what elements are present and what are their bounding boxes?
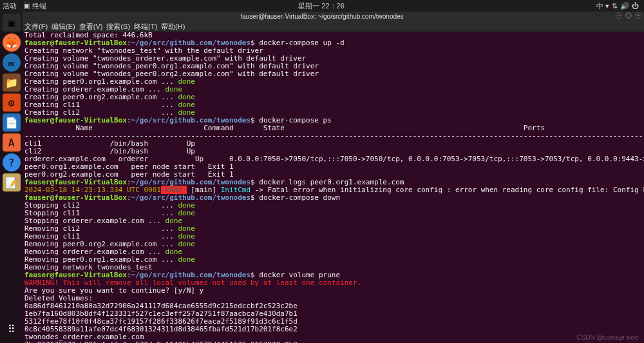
- network-icon[interactable]: ⇅: [612, 2, 618, 10]
- launcher-dock: ▣ 🦊 ✉ 📁 ⚙ 📄 A ? 📝 ⠿: [0, 12, 23, 343]
- terminal-output[interactable]: Total reclaimed space: 446.6kB fauser@fa…: [23, 32, 644, 343]
- system-topbar: 活动 ▣ 终端 星期一 22：26 中 ▾ ⇅ 🔊 ⏻: [0, 0, 644, 12]
- dock-settings-icon[interactable]: ⚙: [3, 93, 21, 112]
- menu-edit[interactable]: 编辑(E): [52, 22, 75, 32]
- menu-view[interactable]: 查看(V): [79, 22, 103, 32]
- menu-search[interactable]: 搜索(S): [106, 22, 130, 32]
- input-method-indicator[interactable]: 中 ▾: [596, 1, 609, 11]
- window-title: fauser@fauser-VirtualBox: ~/go/src/githu…: [240, 13, 403, 20]
- dock-software-icon[interactable]: A: [3, 133, 21, 152]
- dock-libreoffice-icon[interactable]: 📄: [3, 113, 21, 132]
- activities-button[interactable]: 活动: [3, 1, 17, 11]
- power-icon[interactable]: ⏻: [632, 2, 639, 10]
- window-titlebar: fauser@fauser-VirtualBox: ~/go/src/githu…: [0, 12, 644, 22]
- menu-terminal[interactable]: 终端(T): [134, 22, 157, 32]
- minimize-button[interactable]: –: [616, 12, 622, 19]
- app-indicator[interactable]: ▣ 终端: [23, 1, 46, 11]
- sound-icon[interactable]: 🔊: [620, 2, 629, 10]
- dock-text-editor-icon[interactable]: 📝: [3, 173, 21, 191]
- terminal-menubar: 文件(F) 编辑(E) 查看(V) 搜索(S) 终端(T) 帮助(H): [0, 22, 644, 32]
- dock-help-icon[interactable]: ?: [3, 153, 21, 172]
- dock-files-icon[interactable]: 📁: [3, 74, 21, 92]
- dock-thunderbird-icon[interactable]: ✉: [3, 54, 21, 72]
- watermark: CSDN @солнце вкус: [576, 334, 639, 341]
- clock[interactable]: 星期一 22：26: [46, 1, 596, 11]
- dock-terminal-icon[interactable]: ▣: [3, 14, 21, 32]
- menu-file[interactable]: 文件(F): [24, 22, 48, 32]
- menu-help[interactable]: 帮助(H): [161, 22, 185, 32]
- close-button[interactable]: ×: [635, 12, 641, 19]
- maximize-button[interactable]: ▢: [625, 12, 632, 19]
- show-applications-icon[interactable]: ⠿: [3, 320, 21, 338]
- dock-firefox-icon[interactable]: 🦊: [3, 34, 21, 52]
- terminal-icon: ▣: [23, 2, 30, 10]
